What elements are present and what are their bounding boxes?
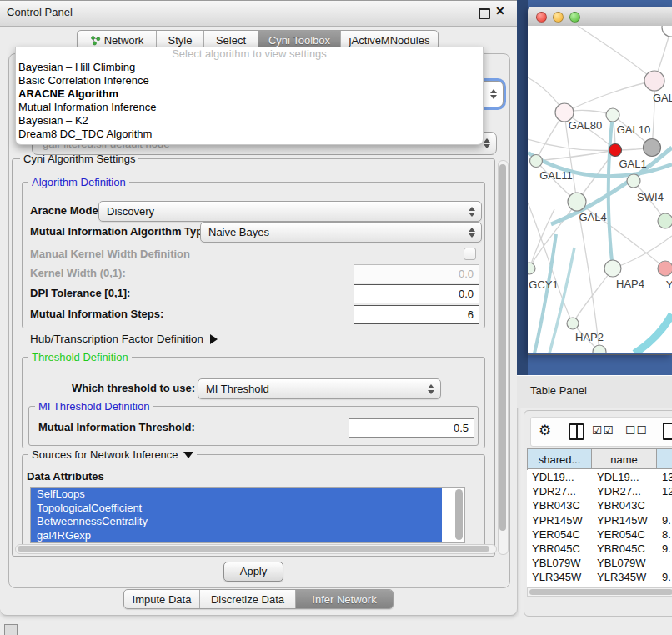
network-node[interactable] xyxy=(567,318,579,329)
hub-definition-toggle[interactable]: Hub/Transcription Factor Definition xyxy=(30,332,218,345)
settings-scrollbar[interactable] xyxy=(498,160,509,555)
stepper-icon xyxy=(490,89,497,99)
network-node[interactable] xyxy=(530,155,543,168)
network-node[interactable] xyxy=(593,345,606,353)
network-node[interactable] xyxy=(606,108,619,122)
kernel-width-field[interactable]: 0.0 xyxy=(354,264,479,283)
network-node[interactable] xyxy=(658,261,672,276)
column-header-clipped[interactable] xyxy=(657,448,672,469)
algorithm-option[interactable]: Dream8 DC_TDC Algorithm xyxy=(16,128,483,141)
cell-name: YPR145W xyxy=(592,513,657,528)
table-hscrollbar-thumb[interactable] xyxy=(529,589,672,595)
settings-hscrollbar[interactable] xyxy=(15,544,497,554)
manual-kernel-checkbox[interactable] xyxy=(464,248,476,260)
network-node[interactable] xyxy=(568,192,586,211)
algorithm-option[interactable]: Bayesian – K2 xyxy=(16,114,483,128)
mi-type-combo[interactable]: Naive Bayes xyxy=(200,222,482,242)
tab-cyni-toolbox-label: Cyni Toolbox xyxy=(268,34,330,47)
data-attribute-item[interactable]: SelfLoops xyxy=(31,488,442,502)
table-row[interactable]: YBL079W YBL079W xyxy=(527,556,672,570)
network-svg[interactable]: GALGAL80GAL10GAL1GAL11SWI4GAL4GCY1HAP4YH… xyxy=(528,26,672,353)
mi-type-value: Naive Bayes xyxy=(208,226,269,238)
network-node[interactable] xyxy=(662,26,672,37)
mi-steps-field[interactable]: 6 xyxy=(354,305,479,324)
column-header-name[interactable]: name xyxy=(592,448,657,469)
settings-scrollbar-thumb[interactable] xyxy=(499,164,506,531)
table-row[interactable]: YDR27... YDR27... 12 xyxy=(527,484,672,498)
data-attribute-item[interactable]: BetweennessCentrality xyxy=(31,515,442,529)
cell-value xyxy=(657,498,672,512)
column-header-shared[interactable]: shared... xyxy=(527,448,592,469)
unchecked-boxes-icon[interactable]: ☐☐ xyxy=(625,423,648,437)
window-title: Control Panel xyxy=(7,6,73,18)
control-panel-titlebar xyxy=(0,0,517,27)
network-node[interactable] xyxy=(644,71,664,91)
table-hscrollbar[interactable] xyxy=(527,588,672,597)
split-columns-icon[interactable] xyxy=(569,423,584,440)
table-body[interactable]: YDL19... YDL19... 13 YDR27... YDR27... 1… xyxy=(527,470,672,588)
cell-shared-name: YER054C xyxy=(527,528,592,542)
network-node-label: HAP2 xyxy=(575,331,604,343)
tab-select-label: Select xyxy=(216,34,246,47)
network-node-label: SWI4 xyxy=(637,191,664,203)
network-node[interactable] xyxy=(609,144,622,157)
network-node[interactable] xyxy=(604,260,621,277)
network-node-label: GCY1 xyxy=(529,278,558,291)
algorithm-option[interactable]: Mutual Information Inference xyxy=(16,101,483,114)
window-shadow xyxy=(517,0,528,377)
network-edge xyxy=(528,139,615,151)
tab-infer-network[interactable]: Infer Network xyxy=(295,590,393,608)
attributes-scrollbar-thumb[interactable] xyxy=(455,489,463,540)
aracne-mode-combo[interactable]: Discovery xyxy=(98,201,482,222)
mi-threshold-label: Mutual Information Threshold: xyxy=(38,421,195,433)
data-attribute-item[interactable]: TopologicalCoefficient xyxy=(31,502,442,516)
which-threshold-combo[interactable]: MI Threshold xyxy=(198,378,441,399)
table-row[interactable]: YBR045C YBR045C 9. xyxy=(527,542,672,556)
table-row[interactable]: YPR145W YPR145W 9. xyxy=(527,513,672,528)
network-edge xyxy=(578,26,654,81)
table-row[interactable]: YDL19... YDL19... 13 xyxy=(527,470,672,484)
network-node[interactable] xyxy=(644,139,661,157)
data-attributes-list[interactable]: SelfLoops TopologicalCoefficient Between… xyxy=(30,487,465,543)
panel-gripper-icon[interactable] xyxy=(4,624,18,635)
table-row[interactable]: YLR345W YLR345W 9. xyxy=(527,570,672,584)
cell-shared-name: YDR27... xyxy=(527,484,592,498)
tab-discretize-data-label: Discretize Data xyxy=(211,593,284,606)
zoom-traffic-light[interactable] xyxy=(569,12,580,22)
close-traffic-light[interactable] xyxy=(536,12,547,22)
tab-jactivemnodules-label: jActiveMNodules xyxy=(349,34,430,47)
settings-hscrollbar-thumb[interactable] xyxy=(18,546,489,552)
bottom-tabs: Impute Data Discretize Data Infer Networ… xyxy=(123,589,394,609)
network-window-titlebar[interactable] xyxy=(528,7,672,27)
float-window-icon[interactable] xyxy=(479,8,490,19)
collapse-down-icon xyxy=(183,452,193,458)
network-node[interactable] xyxy=(658,213,672,228)
file-icon[interactable] xyxy=(663,422,672,440)
data-attribute-item[interactable]: gal4RGexp xyxy=(31,529,442,543)
algorithm-option[interactable]: Basic Correlation Inference xyxy=(16,74,483,88)
cell-name: YBR045C xyxy=(592,542,657,556)
screen: Control Panel ✕ Network Style Select Cyn… xyxy=(0,0,672,635)
tab-impute-data-label: Impute Data xyxy=(133,593,192,606)
mi-threshold-field[interactable]: 0.5 xyxy=(349,418,474,438)
network-node[interactable] xyxy=(528,262,535,274)
table-row[interactable]: YER054C YER054C 8. xyxy=(527,528,672,542)
checked-boxes-icon[interactable]: ☑☑ xyxy=(592,423,614,437)
tab-impute-data[interactable]: Impute Data xyxy=(124,590,199,608)
algorithm-option[interactable]: Bayesian – Hill Climbing xyxy=(16,61,483,74)
close-icon[interactable]: ✕ xyxy=(495,4,505,18)
table-row[interactable]: YBR043C YBR043C xyxy=(527,498,672,512)
mi-threshold-group-title: MI Threshold Definition xyxy=(35,400,153,412)
algorithm-option[interactable]: ARACNE Algorithm xyxy=(16,88,483,101)
sources-group-title[interactable]: Sources for Network Inference xyxy=(28,448,197,461)
network-node[interactable] xyxy=(627,174,640,188)
gear-icon[interactable]: ⚙ xyxy=(539,422,551,439)
cell-name: YBL079W xyxy=(592,556,657,570)
network-canvas[interactable]: GALGAL80GAL10GAL1GAL11SWI4GAL4GCY1HAP4YH… xyxy=(528,26,672,353)
cell-value: 13 xyxy=(657,470,672,484)
apply-button[interactable]: Apply xyxy=(223,562,283,582)
dpi-tolerance-field[interactable]: 0.0 xyxy=(354,284,479,303)
kernel-width-label: Kernel Width (0,1): xyxy=(30,267,126,279)
tab-discretize-data[interactable]: Discretize Data xyxy=(199,590,295,608)
minimize-traffic-light[interactable] xyxy=(553,12,564,22)
